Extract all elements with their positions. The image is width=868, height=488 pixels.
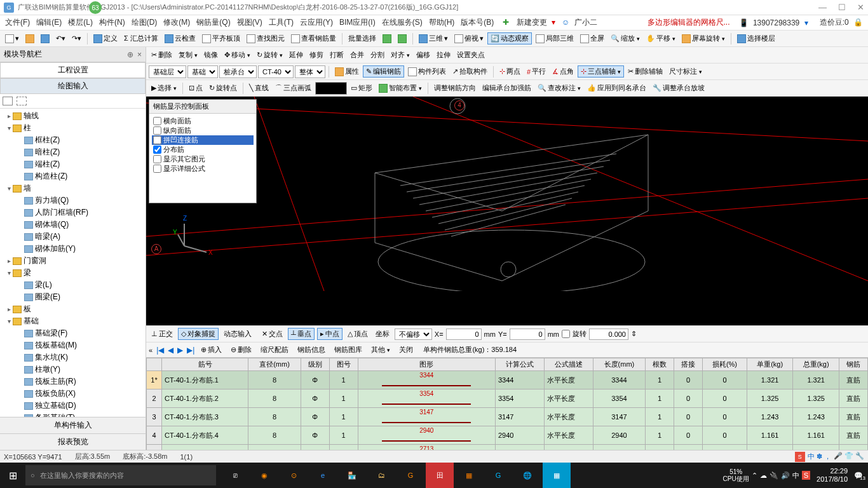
adjust-rebar-dir-button[interactable]: 调整钢筋方向 [431, 82, 478, 94]
tree-node[interactable]: 梁(L) [1, 279, 144, 291]
tray-ime-icon[interactable]: 中 [792, 471, 799, 480]
pan-button[interactable]: ✋平移 [644, 32, 678, 44]
col-header[interactable]: 搭接 [674, 358, 703, 371]
nav-first[interactable]: |◀ [156, 346, 164, 355]
move-button[interactable]: ✥移动 [222, 49, 253, 61]
menu-bim[interactable]: BIM应用(I) [337, 16, 378, 29]
chrome-icon[interactable]: 🌐 [513, 463, 541, 488]
check-label-button[interactable]: 🔍查改标注 [535, 82, 583, 94]
app-1-icon[interactable]: ◉ [250, 463, 278, 488]
nav-last[interactable]: ▶| [187, 346, 194, 355]
sidebar-close-icon[interactable]: × [137, 50, 142, 59]
app-g3-icon[interactable]: ▦ [455, 463, 483, 488]
three-point-aux-button[interactable]: ⊹三点辅轴 [578, 65, 624, 78]
col-header[interactable]: 计算公式 [495, 358, 544, 371]
batch-sel-button[interactable]: 批量选择 [346, 32, 379, 44]
tree-node[interactable]: 筏板主筋(R) [1, 376, 144, 388]
notifications-icon[interactable]: 💬13 [854, 471, 863, 480]
app-g4-icon[interactable]: G [484, 463, 512, 488]
col-header[interactable]: 筋号 [162, 358, 248, 371]
tree-node[interactable]: 暗柱(Z) [1, 146, 144, 158]
point-button[interactable]: ⊡点 [186, 82, 205, 94]
sougou-icon[interactable]: S [795, 452, 805, 462]
rebar-table[interactable]: 筋号直径(mm)级别图号图形计算公式公式描述长度(mm)根数搭接损耗(%)单重(… [146, 358, 868, 450]
edit-enhance-button[interactable]: 编辑承台加强筋 [480, 82, 534, 94]
table-row[interactable]: 4CT-40-1.分布筋.48Φ129402940水平长度29401001.16… [147, 426, 868, 445]
combo-floor[interactable]: 基础层 [149, 65, 186, 78]
cloud-check-button[interactable]: 云检查 [162, 32, 198, 44]
flat-button[interactable]: 平齐板顶 [200, 32, 243, 44]
scale-rebar-button[interactable]: 缩尺配筋 [258, 344, 291, 356]
apply-same-button[interactable]: 👍应用到同名承台 [585, 82, 649, 94]
tree-node[interactable]: ▾柱 [1, 122, 144, 134]
ime-zh-icon[interactable]: 中 ✽ ， [808, 452, 831, 462]
tree-node[interactable]: 暗梁(A) [1, 231, 144, 243]
copy-button[interactable]: 复制 [176, 49, 200, 61]
adjust-slope-button[interactable]: 🔧调整承台放坡 [650, 82, 707, 94]
display-option[interactable]: 纵向面筋 [152, 126, 254, 135]
topview-button[interactable]: 俯视▾ [452, 32, 486, 44]
collapse-icon[interactable]: « [149, 346, 153, 354]
tree-node[interactable]: ▸轴线 [1, 110, 144, 122]
tray-up-icon[interactable]: ⌃ [752, 471, 757, 480]
taskview-icon[interactable]: ⎚ [221, 463, 249, 488]
delete-row-button[interactable]: ⊖删除 [228, 344, 254, 356]
app-g1-icon[interactable]: G [397, 463, 424, 488]
display-option[interactable]: 分布筋 [152, 145, 254, 154]
col-header[interactable] [147, 358, 162, 371]
rotate-check[interactable] [562, 330, 570, 338]
taskbar-search[interactable]: ○ 在这里输入你要搜索的内容 [25, 465, 216, 485]
two-point-button[interactable]: ⊹两点 [497, 65, 523, 78]
tree-node[interactable]: 剪力墙(Q) [1, 194, 144, 207]
other-button[interactable]: 其他 [369, 344, 393, 356]
table-row[interactable]: 2CT-40-1.分布筋.28Φ133543354水平长度33541001.32… [147, 390, 868, 408]
snap-perp[interactable]: ┴垂点 [288, 328, 315, 340]
col-header[interactable]: 直径(mm) [248, 358, 301, 371]
break-button[interactable]: 打断 [327, 49, 346, 61]
mini-collapse-icon[interactable] [17, 97, 27, 105]
col-header[interactable]: 单重(kg) [747, 358, 793, 371]
tree-node[interactable]: 圈梁(E) [1, 291, 144, 303]
sidebar-pin-icon[interactable]: ⊕ [127, 50, 133, 59]
pick-button[interactable]: ↗拾取构件 [450, 65, 490, 78]
cpu-meter[interactable]: 51% CPU使用 [723, 468, 749, 482]
angle-button[interactable]: ∡点角 [550, 65, 576, 78]
tab-project-settings[interactable]: 工程设置 [0, 62, 146, 78]
tree-node[interactable]: 柱墩(Y) [1, 363, 144, 376]
tree-node[interactable]: 筏板基础(M) [1, 339, 144, 351]
offset-button[interactable]: 偏移 [414, 49, 433, 61]
attr-button[interactable]: 属性 [332, 65, 362, 78]
tray-net-icon[interactable]: 🔌 [770, 471, 778, 480]
table-row[interactable]: 3CT-40-1.分布筋.38Φ131473147水平长度31471001.24… [147, 408, 868, 426]
menu-modify[interactable]: 修改(M) [161, 16, 193, 29]
tree-node[interactable]: 条形基础(T) [1, 412, 144, 417]
combo-category[interactable]: 基础 [187, 65, 218, 78]
menu-draw[interactable]: 绘图(D) [129, 16, 160, 29]
split-button[interactable]: 分割 [368, 49, 387, 61]
col-header[interactable]: 图形 [358, 358, 495, 371]
switch1-icon[interactable] [380, 33, 394, 44]
tree-node[interactable]: 筏板负筋(X) [1, 388, 144, 400]
tree-node[interactable]: 端柱(Z) [1, 158, 144, 170]
menu-edit[interactable]: 编辑(E) [34, 16, 64, 29]
tree-node[interactable]: 框柱(Z) [1, 134, 144, 146]
close-icon[interactable]: ✕ [857, 3, 864, 12]
col-header[interactable]: 级别 [301, 358, 329, 371]
join-button[interactable]: 合并 [348, 49, 367, 61]
dynamic-view-button[interactable]: 🔄 动态观察 [487, 32, 532, 44]
col-header[interactable]: 总重(kg) [793, 358, 839, 371]
new-file-icon[interactable]: ▾ [3, 33, 22, 44]
combo-type[interactable]: 桩承台 [219, 65, 257, 78]
combo-color[interactable] [315, 82, 347, 95]
select-floor-button[interactable]: 选择楼层 [735, 32, 778, 44]
taskbar-clock[interactable]: 22:29 2017/8/10 [813, 467, 851, 484]
dyn-input-toggle[interactable]: 动态输入 [221, 328, 254, 340]
ortho-toggle[interactable]: ⊥正交 [149, 328, 175, 340]
display-option[interactable]: 显示详细公式 [152, 164, 254, 173]
nav-prev[interactable]: ◀ [168, 346, 173, 355]
gxe-button[interactable]: ☺ 广小二 [559, 16, 602, 29]
tree-node[interactable]: 基础梁(F) [1, 327, 144, 339]
align-button[interactable]: 对齐 [388, 49, 412, 61]
extend-button[interactable]: 延伸 [287, 49, 306, 61]
menu-online[interactable]: 在线服务(S) [379, 16, 425, 29]
